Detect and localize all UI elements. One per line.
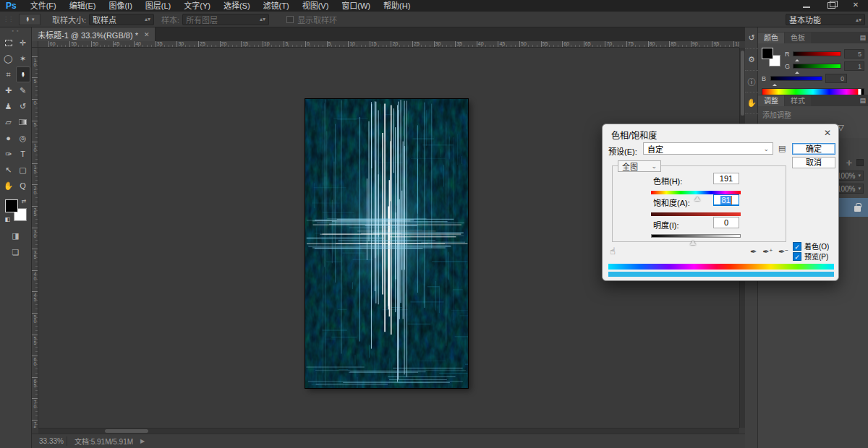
saturation-input[interactable]: 81 (713, 194, 739, 206)
healing-brush-tool[interactable]: ✚ (1, 82, 16, 98)
eyedropper-sample-icon[interactable]: ✒ (750, 247, 757, 257)
zoom-tool[interactable]: Q (16, 178, 30, 194)
properties-panel-icon[interactable]: ⚙ (745, 49, 758, 71)
chevron-down-icon: ⌄ (651, 163, 657, 170)
menu-item[interactable]: 图层(L) (139, 1, 177, 10)
menu-bar: Ps 文件(F)编辑(E)图像(I)图层(L)文字(Y)选择(S)滤镜(T)视图… (0, 0, 868, 12)
actions-panel-icon[interactable]: ✋ (745, 92, 758, 114)
slider-thumb-icon[interactable] (795, 57, 799, 61)
status-options-arrow-icon[interactable]: ▶ (140, 438, 145, 444)
eyedropper-subtract-icon[interactable]: ✒− (778, 247, 788, 257)
magic-wand-tool[interactable]: ✶ (16, 51, 30, 66)
lightness-slider[interactable] (651, 234, 741, 238)
workspace-select[interactable]: 基本功能▴▾ (786, 14, 865, 25)
shape-tool[interactable]: ▢ (16, 162, 30, 178)
sample-size-select[interactable]: 取样点▴▾ (89, 14, 154, 25)
channel-value[interactable]: 0 (825, 74, 847, 83)
restore-icon[interactable] (825, 1, 838, 9)
cancel-button[interactable]: 取消 (792, 157, 835, 168)
menu-item[interactable]: 帮助(H) (377, 1, 417, 10)
channel-slider[interactable] (793, 51, 841, 56)
current-tool-button[interactable]: ✒ ▾ (19, 14, 41, 25)
screen-mode-button[interactable]: ❏ (12, 248, 20, 257)
document-tab[interactable]: 未标题-1 @ 33.3%(RGB/8) * ✕ (32, 27, 156, 41)
sample-select[interactable]: 所有图层▴▾ (182, 14, 269, 25)
preset-select[interactable]: 自定⌄ (643, 142, 773, 155)
saturation-slider[interactable] (651, 212, 741, 216)
panel-grip-icon[interactable]: ▪ ▪ (0, 27, 31, 35)
menu-item[interactable]: 文字(Y) (177, 1, 217, 10)
channel-value[interactable]: 1 (844, 61, 864, 71)
swap-colors-icon[interactable]: ⇄ (22, 198, 27, 204)
channel-slider[interactable] (770, 76, 822, 81)
preset-options-icon[interactable]: ▤ (778, 144, 786, 153)
clone-stamp-tool[interactable]: ♟ (1, 98, 16, 114)
minimize-icon[interactable] (800, 1, 813, 9)
menu-item[interactable]: 选择(S) (217, 1, 257, 10)
hue-input[interactable]: 191 (713, 173, 739, 184)
dodge-tool[interactable]: ◎ (16, 130, 30, 146)
lock-buttons-icon[interactable]: ✛ (846, 159, 852, 167)
panel-menu-icon[interactable]: ▤ (859, 97, 866, 104)
pen-tool[interactable]: ✑ (1, 146, 16, 162)
sample-size-label: 取样大小: (52, 14, 86, 25)
status-bar: 33.33% 文档:5.91M/5.91M ▶ (32, 434, 745, 448)
brush-tool[interactable]: ✎ (16, 82, 30, 98)
slider-thumb-icon[interactable] (795, 69, 799, 74)
close-icon[interactable]: ✕ (849, 1, 862, 9)
horizontal-ruler: 6055504540353025201510505101520253035404… (38, 41, 739, 48)
eyedropper-tool[interactable]: ✒ (16, 66, 30, 82)
lasso-tool[interactable]: ◯ (1, 51, 16, 66)
preview-checkbox[interactable]: ✓ 预览(P) (793, 251, 828, 262)
show-sampling-ring-checkbox[interactable]: 显示取样环 (286, 14, 337, 25)
menu-item[interactable]: 文件(F) (24, 1, 63, 10)
preset-label: 预设(E): (608, 145, 637, 157)
default-colors-icon[interactable]: ◧ (5, 216, 11, 223)
menu-item[interactable]: 视图(V) (296, 1, 336, 10)
channel-select[interactable]: 全图⌄ (618, 160, 661, 172)
targeted-adjustment-icon[interactable]: ☝ (610, 246, 616, 257)
eyedropper-add-icon[interactable]: ✒+ (762, 247, 773, 257)
ok-button[interactable]: 确定 (792, 143, 835, 155)
gradient-tool[interactable] (16, 114, 30, 130)
lightness-input[interactable]: 0 (713, 217, 739, 228)
dialog-close-icon[interactable]: ✕ (824, 128, 831, 138)
canvas-image[interactable] (305, 99, 468, 388)
menu-item[interactable]: 图像(I) (102, 1, 138, 10)
zoom-level-field[interactable]: 33.33% (36, 436, 67, 446)
panel-menu-icon[interactable]: ▤ (859, 34, 866, 41)
scrollbar-thumb[interactable] (105, 429, 148, 433)
path-selection-tool[interactable]: ↖ (1, 162, 16, 178)
color-swatches-mini[interactable] (762, 48, 780, 66)
channel-slider[interactable] (793, 64, 841, 69)
type-tool[interactable]: T (16, 146, 30, 162)
history-brush-tool[interactable]: ↺ (16, 98, 30, 114)
fill-lock-icon[interactable] (856, 159, 864, 166)
channel-value[interactable]: 5 (844, 49, 864, 59)
history-panel-icon[interactable]: ↺ (745, 27, 758, 49)
foreground-color-swatch[interactable] (5, 199, 18, 212)
move-tool[interactable]: ✛ (16, 35, 30, 51)
info-panel-icon[interactable]: ⓘ (745, 71, 758, 92)
menu-item[interactable]: 编辑(E) (63, 1, 103, 10)
window-controls: ✕ (800, 1, 862, 9)
menu-item[interactable]: 窗口(W) (335, 1, 377, 10)
tab-styles[interactable]: 样式 (785, 95, 811, 106)
menu-item[interactable]: 滤镜(T) (257, 1, 296, 10)
eraser-tool[interactable]: ▱ (1, 114, 16, 130)
slider-thumb-icon[interactable] (690, 238, 696, 245)
rectangular-marquee-tool[interactable] (1, 35, 16, 51)
tab-adjustments[interactable]: 调整 (758, 95, 784, 106)
horizontal-scrollbar[interactable] (38, 428, 739, 434)
scrollbar-thumb[interactable] (741, 51, 744, 116)
slider-thumb-icon[interactable] (773, 82, 777, 86)
colorize-checkbox[interactable]: ✓ 着色(O) (793, 241, 829, 251)
tab-close-icon[interactable]: ✕ (144, 31, 150, 38)
tab-swatches[interactable]: 色板 (785, 33, 811, 43)
photoshop-logo: Ps (0, 1, 24, 11)
hand-tool[interactable]: ✋ (1, 178, 16, 194)
tab-color[interactable]: 颜色 (758, 33, 784, 43)
quick-mask-button[interactable]: ◨ (12, 231, 19, 241)
crop-tool[interactable]: ⌗ (1, 66, 16, 82)
blur-tool[interactable]: ● (1, 130, 16, 146)
